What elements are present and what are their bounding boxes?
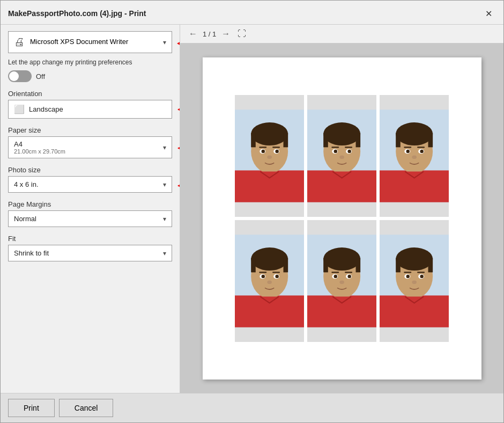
passport-photo-4	[235, 220, 304, 342]
landscape-icon: ⬜	[14, 104, 25, 114]
svg-point-63	[267, 280, 272, 283]
photo-cell-4	[235, 220, 304, 342]
svg-rect-20	[272, 147, 280, 148]
svg-point-21	[267, 155, 272, 158]
photo-cell-1	[235, 95, 304, 217]
fit-label: Fit	[8, 235, 172, 243]
svg-rect-90	[417, 272, 425, 273]
bottom-buttons: Print Cancel	[1, 393, 503, 422]
printer-chevron: ▾	[163, 39, 166, 46]
fit-chevron: ▾	[163, 250, 166, 257]
right-panel: ← 1 / 1 → ⛶	[180, 25, 503, 393]
orientation-label: Orientation	[8, 90, 172, 98]
svg-rect-89	[404, 272, 411, 273]
fit-select[interactable]: Shrink to fit ▾	[8, 245, 172, 261]
fit-section: Fit Shrink to fit ▾	[8, 232, 172, 261]
title-bar: MakePassportPhoto.com (4).jpg - Print ✕	[1, 1, 503, 25]
paper-size-label: Paper size	[8, 126, 172, 134]
svg-rect-27	[323, 133, 328, 147]
svg-rect-13	[251, 133, 256, 147]
svg-rect-84	[428, 258, 433, 272]
fit-value: Shrink to fit	[14, 249, 49, 257]
passport-photo-1	[235, 95, 304, 217]
page-margins-label: Page Margins	[8, 200, 172, 208]
close-button[interactable]: ✕	[481, 6, 496, 21]
preview-toolbar: ← 1 / 1 → ⛶	[180, 25, 503, 43]
page-margins-select[interactable]: Normal ▾	[8, 210, 172, 227]
orientation-value: Landscape	[29, 105, 63, 113]
next-page-button[interactable]: →	[221, 29, 230, 39]
page-margins-chevron: ▾	[163, 215, 166, 223]
svg-rect-56	[283, 258, 288, 272]
paper-size-dimensions: 21.00cm x 29.70cm	[14, 148, 65, 155]
printing-pref-container: Let the app change my printing preferenc…	[8, 59, 172, 82]
photo-size-label: Photo size	[8, 166, 172, 174]
svg-point-32	[347, 149, 351, 152]
svg-rect-62	[272, 272, 280, 273]
svg-point-40	[396, 122, 433, 145]
svg-rect-41	[396, 133, 401, 147]
page-margins-value: Normal	[14, 215, 36, 223]
dialog-title: MakePassportPhoto.com (4).jpg - Print	[8, 9, 146, 18]
toggle-thumb	[9, 71, 19, 81]
paper-size-select[interactable]: A4 21.00cm x 29.70cm ▾	[8, 136, 172, 158]
svg-point-49	[412, 155, 417, 158]
print-dialog: MakePassportPhoto.com (4).jpg - Print ✕ …	[0, 0, 504, 423]
svg-rect-48	[417, 147, 425, 148]
svg-point-87	[406, 274, 410, 278]
printer-name: Microsoft XPS Document Writer	[30, 38, 128, 47]
toggle-off-label: Off	[36, 72, 45, 81]
svg-rect-14	[283, 133, 288, 147]
svg-point-17	[261, 149, 264, 152]
svg-point-73	[333, 274, 337, 278]
passport-photo-5	[307, 220, 376, 342]
cancel-button[interactable]: Cancel	[59, 399, 114, 417]
photo-cell-2	[307, 95, 376, 217]
photo-size-value: 4 x 6 in.	[14, 180, 39, 188]
paper-size-name: A4	[14, 140, 65, 148]
svg-point-88	[420, 274, 424, 278]
passport-photo-3	[380, 95, 449, 217]
svg-point-77	[339, 280, 344, 283]
svg-point-46	[420, 149, 424, 152]
svg-point-45	[406, 149, 410, 152]
svg-point-91	[412, 280, 417, 283]
passport-photo-2	[307, 95, 376, 217]
photo-size-red-arrow	[175, 179, 180, 192]
svg-rect-70	[355, 258, 360, 272]
svg-point-26	[323, 122, 360, 145]
printer-red-arrow	[174, 37, 180, 50]
dialog-content: 🖨 Microsoft XPS Document Writer ▾ Let th…	[1, 25, 503, 393]
svg-rect-33	[331, 147, 339, 148]
svg-point-12	[251, 122, 288, 145]
passport-photo-6	[380, 220, 449, 342]
svg-point-68	[323, 247, 360, 270]
photo-size-section: Photo size 4 x 6 in. ▾	[8, 164, 172, 193]
photo-cell-5	[307, 220, 376, 342]
paper-size-red-arrow	[175, 142, 180, 155]
photo-cell-6	[380, 220, 449, 342]
printing-pref-toggle[interactable]	[8, 70, 32, 82]
prev-page-button[interactable]: ←	[189, 29, 197, 39]
paper-size-chevron: ▾	[163, 144, 166, 151]
expand-icon[interactable]: ⛶	[238, 29, 246, 39]
orientation-select[interactable]: ⬜ Landscape	[8, 100, 172, 119]
svg-point-18	[275, 149, 278, 152]
svg-point-74	[347, 274, 351, 278]
printer-dropdown[interactable]: 🖨 Microsoft XPS Document Writer ▾	[8, 31, 172, 53]
svg-point-59	[261, 274, 264, 278]
page-margins-section: Page Margins Normal ▾	[8, 198, 172, 227]
photo-size-select[interactable]: 4 x 6 in. ▾	[8, 176, 172, 193]
svg-rect-19	[259, 147, 266, 148]
paper-preview	[203, 57, 481, 380]
page-total: 1	[212, 30, 216, 38]
svg-rect-28	[355, 133, 360, 147]
svg-point-31	[333, 149, 337, 152]
svg-rect-55	[251, 258, 256, 272]
svg-rect-61	[259, 272, 266, 273]
printing-pref-label: Let the app change my printing preferenc…	[8, 59, 172, 66]
svg-rect-75	[331, 272, 339, 273]
print-button[interactable]: Print	[8, 399, 55, 417]
left-panel: 🖨 Microsoft XPS Document Writer ▾ Let th…	[1, 25, 180, 393]
page-current: 1	[203, 30, 206, 38]
